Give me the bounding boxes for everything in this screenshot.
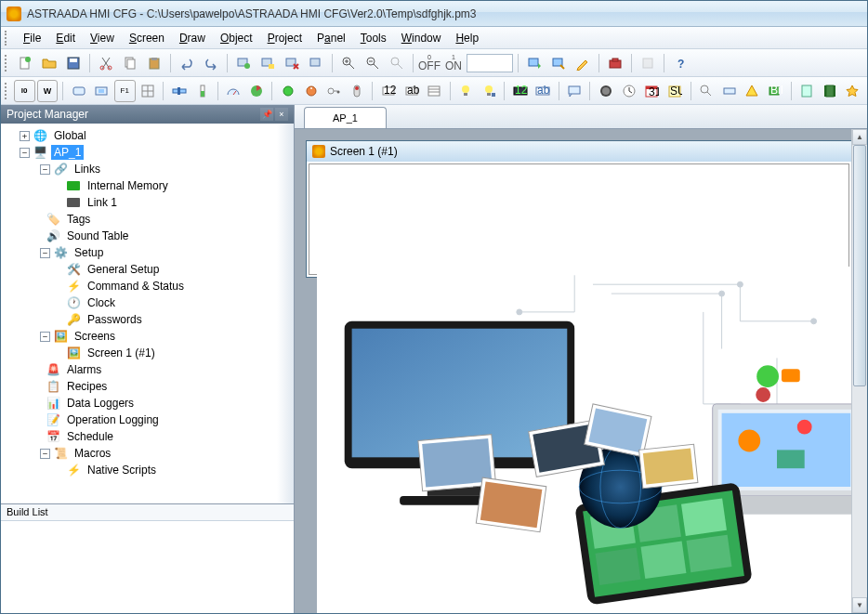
new-button[interactable] [14, 52, 36, 74]
tree-collapse-icon[interactable]: − [40, 332, 50, 342]
zoom-fit-button[interactable] [386, 52, 408, 74]
toolbox-button[interactable] [604, 52, 626, 74]
toolbar-handle[interactable] [5, 83, 10, 99]
tree-link1[interactable]: Link 1 [85, 195, 120, 210]
toolbar-handle[interactable] [5, 55, 10, 72]
tree-collapse-icon[interactable]: − [40, 164, 50, 175]
cut-button[interactable] [95, 52, 117, 74]
screen-editor-window[interactable]: Screen 1 (#1) [306, 140, 852, 278]
menu-project[interactable]: Project [260, 29, 309, 47]
panel-pin-icon[interactable]: 📌 [260, 108, 273, 121]
help-button[interactable]: ? [669, 52, 691, 74]
titlebar[interactable]: ASTRAADA HMI CFG - C:\Users\pawelpo\ASTR… [1, 1, 867, 27]
screen-delete-button[interactable] [281, 52, 303, 74]
tree-global[interactable]: Global [51, 128, 89, 143]
obj-message-icon[interactable] [564, 80, 585, 102]
vertical-scrollbar[interactable]: ▲ ▼ [851, 129, 867, 613]
obj-bulb2-icon[interactable] [478, 80, 499, 102]
paste-button[interactable] [143, 52, 165, 74]
obj-pie-icon[interactable] [246, 80, 268, 102]
tree-ap1[interactable]: AP_1 [51, 145, 84, 160]
obj-sunday-icon[interactable]: SUN [664, 80, 686, 102]
obj-led-green-icon[interactable] [277, 80, 298, 102]
obj-display123-icon[interactable]: 123 [509, 80, 531, 102]
tree-collapse-icon[interactable]: − [20, 148, 30, 158]
obj-switch-icon[interactable] [347, 80, 368, 102]
copy-button[interactable] [119, 52, 141, 74]
menu-panel[interactable]: Panel [309, 29, 353, 47]
open-button[interactable] [38, 52, 60, 74]
download-button[interactable] [547, 52, 570, 74]
project-tree[interactable]: +🌐Global −🖥️AP_1 −🔗Links Internal Memory… [1, 124, 294, 503]
scroll-up-icon[interactable]: ▲ [852, 129, 867, 145]
obj-io-button[interactable]: I0 [14, 80, 35, 102]
screen-copy-button[interactable] [305, 52, 327, 74]
tree-collapse-icon[interactable]: − [40, 449, 50, 459]
obj-list-icon[interactable] [424, 80, 445, 102]
obj-button-icon[interactable] [68, 80, 89, 102]
zoom-in-button[interactable] [337, 52, 360, 74]
panel-close-icon[interactable]: × [275, 108, 288, 121]
obj-key-icon[interactable] [323, 80, 345, 102]
menu-tools[interactable]: Tools [353, 29, 394, 47]
zoom-dropdown[interactable] [467, 54, 513, 72]
redo-button[interactable] [200, 52, 222, 74]
toolbar-handle[interactable] [5, 31, 10, 46]
tree-setup[interactable]: Setup [72, 245, 106, 260]
screen-canvas[interactable] [309, 163, 849, 275]
menu-help[interactable]: Help [448, 29, 486, 47]
tree-links[interactable]: Links [72, 162, 103, 176]
tree-sound-table[interactable]: Sound Table [64, 229, 132, 243]
tree-alarms[interactable]: Alarms [64, 362, 104, 377]
tree-screen1[interactable]: Screen 1 (#1) [85, 346, 158, 360]
tree-native-scripts[interactable]: Native Scripts [85, 463, 159, 477]
save-button[interactable] [62, 52, 85, 74]
obj-meter-icon[interactable] [223, 80, 244, 102]
obj-gauge-icon[interactable] [595, 80, 616, 102]
screen-new-button[interactable] [232, 52, 255, 74]
screen-props-button[interactable] [256, 52, 279, 74]
obj-slider-h-icon[interactable] [168, 80, 190, 102]
tree-passwords[interactable]: Passwords [85, 312, 145, 327]
obj-grid-icon[interactable] [138, 80, 159, 102]
tree-collapse-icon[interactable]: − [40, 248, 50, 258]
state-off-button[interactable]: 0OFF [418, 52, 441, 74]
workspace[interactable]: Screen 1 (#1) [295, 129, 867, 613]
menu-edit[interactable]: Edit [48, 29, 83, 47]
tree-tags[interactable]: Tags [64, 212, 93, 227]
scroll-down-icon[interactable]: ▼ [852, 597, 867, 613]
menu-view[interactable]: View [83, 29, 122, 47]
obj-star-icon[interactable] [842, 80, 863, 102]
obj-calendar-icon[interactable]: 31 [641, 80, 663, 102]
tree-operation-logging[interactable]: Operation Logging [64, 412, 162, 427]
library-button[interactable] [637, 52, 659, 74]
obj-numeric-icon[interactable]: 12 [377, 80, 399, 102]
obj-search2-icon[interactable] [695, 80, 717, 102]
obj-bar-icon[interactable] [191, 80, 213, 102]
obj-knob-icon[interactable] [300, 80, 322, 102]
obj-alarm-icon[interactable] [742, 80, 763, 102]
obj-sound-icon[interactable]: BiF [765, 80, 786, 102]
tree-screens[interactable]: Screens [72, 329, 118, 344]
obj-text-icon[interactable]: ab [401, 80, 422, 102]
tree-command-status[interactable]: Command & Status [85, 279, 187, 294]
obj-tag-icon[interactable] [718, 80, 740, 102]
tree-macros[interactable]: Macros [72, 446, 113, 461]
obj-clock-icon[interactable] [618, 80, 639, 102]
compile-button[interactable] [523, 52, 546, 74]
tree-internal-memory[interactable]: Internal Memory [85, 178, 171, 193]
menu-draw[interactable]: Draw [172, 29, 213, 47]
menu-screen[interactable]: Screen [122, 29, 172, 47]
menu-object[interactable]: Object [213, 29, 260, 47]
obj-displayabc-icon[interactable]: abc [533, 80, 554, 102]
obj-recipe-icon[interactable] [796, 80, 818, 102]
obj-lamp-icon[interactable] [91, 80, 112, 102]
tree-expand-icon[interactable]: + [20, 131, 30, 141]
obj-f1-button[interactable]: F1 [114, 80, 136, 102]
zoom-out-button[interactable] [362, 52, 384, 74]
menu-window[interactable]: Window [394, 29, 449, 47]
edit-tool-button[interactable] [572, 52, 594, 74]
obj-word-button[interactable]: W [37, 80, 59, 102]
menu-file[interactable]: File [16, 29, 48, 47]
undo-button[interactable] [176, 52, 198, 74]
